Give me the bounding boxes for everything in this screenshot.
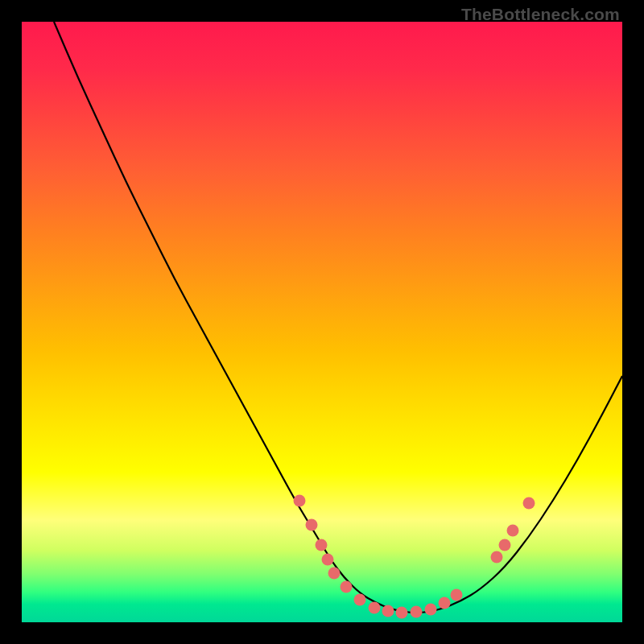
data-point: [341, 581, 353, 593]
data-point: [306, 519, 318, 531]
data-point: [396, 607, 408, 619]
data-point: [322, 554, 334, 566]
data-point: [328, 568, 341, 580]
chart-container: TheBottleneck.com: [0, 0, 644, 644]
watermark-text: TheBottleneck.com: [461, 5, 620, 24]
data-point: [451, 589, 463, 601]
data-point: [294, 495, 306, 507]
data-point: [523, 497, 535, 510]
data-point: [439, 597, 451, 609]
data-point: [354, 594, 366, 606]
data-points-group: [294, 495, 535, 619]
bottleneck-curve: [54, 22, 622, 613]
plot-area: [22, 22, 622, 622]
data-point: [491, 551, 503, 564]
data-point: [369, 602, 381, 614]
data-point: [316, 539, 328, 551]
data-point: [411, 606, 423, 618]
data-point: [507, 525, 519, 537]
data-point: [382, 605, 394, 617]
curve-svg: [22, 22, 622, 622]
data-point: [499, 539, 511, 551]
data-point: [425, 604, 437, 616]
